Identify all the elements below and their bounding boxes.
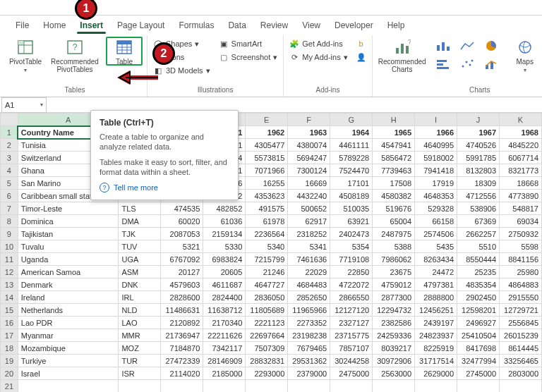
cell[interactable]: 20605 (203, 266, 246, 278)
column-header[interactable]: F (288, 114, 330, 126)
cell[interactable]: 21736947 (161, 329, 203, 342)
cell[interactable]: 519676 (373, 202, 415, 215)
cell[interactable]: 2563000 (373, 367, 415, 380)
maps-button[interactable]: Maps ▾ (510, 37, 541, 73)
cell[interactable]: 2475000 (330, 367, 373, 380)
column-header[interactable]: E (246, 114, 288, 126)
cell[interactable]: 4773890 (500, 190, 542, 202)
row-header[interactable]: 14 (1, 291, 18, 304)
cell[interactable]: 7524470 (330, 164, 373, 177)
cell[interactable]: 25980 (500, 266, 542, 278)
row-header[interactable]: 7 (1, 202, 18, 215)
cell[interactable]: 2574506 (415, 228, 457, 240)
cell[interactable]: 6983824 (203, 253, 246, 266)
cell[interactable]: 4640995 (415, 139, 457, 152)
cell[interactable]: LAO (119, 317, 161, 329)
grid-area[interactable]: ABCDEFGHIJK 1Country Name196119621963196… (0, 113, 542, 392)
cell[interactable]: 22697664 (246, 329, 288, 342)
cell[interactable]: 2556845 (500, 317, 542, 329)
cell[interactable]: 4648353 (415, 190, 457, 202)
row-header[interactable]: 10 (1, 240, 18, 253)
cell[interactable] (246, 380, 288, 393)
recommended-pivottables-button[interactable]: ? Recommended PivotTables (49, 37, 100, 73)
cell[interactable]: 32477994 (457, 355, 500, 367)
cell[interactable]: 4461111 (330, 139, 373, 152)
cell[interactable]: 4380074 (288, 139, 330, 152)
cell[interactable]: 2382586 (373, 317, 415, 329)
cell[interactable]: TLS (119, 202, 161, 215)
cell[interactable]: 2487975 (373, 228, 415, 240)
row-header[interactable]: 11 (1, 253, 18, 266)
cell[interactable]: 24823937 (415, 329, 457, 342)
row-header[interactable]: 18 (1, 342, 18, 355)
cell[interactable] (288, 380, 330, 393)
cell[interactable]: 11805689 (246, 304, 288, 317)
cell[interactable]: Tajikistan (18, 228, 119, 240)
cell[interactable]: 5321 (161, 240, 203, 253)
cell[interactable]: 7342117 (203, 342, 246, 355)
cell[interactable]: 65004 (373, 215, 415, 228)
row-header[interactable]: 16 (1, 317, 18, 329)
cell[interactable]: 2496927 (457, 317, 500, 329)
cell[interactable]: 30972906 (373, 355, 415, 367)
cell[interactable]: 5510 (457, 240, 500, 253)
pie-chart-icon[interactable] (481, 38, 501, 54)
cell[interactable]: 61978 (246, 215, 288, 228)
cell[interactable]: 548817 (500, 202, 542, 215)
column-header[interactable]: J (457, 114, 500, 126)
cell[interactable]: 7679465 (288, 342, 330, 355)
chevron-down-icon[interactable]: ▾ (40, 102, 43, 108)
cell[interactable]: DMA (119, 215, 161, 228)
cell[interactable]: 60020 (161, 215, 203, 228)
cell[interactable]: 69034 (500, 215, 542, 228)
cell[interactable]: Myanmar (18, 329, 119, 342)
get-addins-button[interactable]: 🧩Get Add-ins (288, 38, 349, 49)
cell[interactable]: 17919 (415, 177, 457, 190)
cell[interactable]: 538906 (457, 202, 500, 215)
cell[interactable]: 66158 (415, 215, 457, 228)
row-header[interactable]: 13 (1, 278, 18, 291)
tab-review[interactable]: Review (253, 18, 295, 34)
cell[interactable]: 24259336 (373, 329, 415, 342)
tell-me-more-link[interactable]: ? Tell me more (100, 183, 229, 192)
cell[interactable]: 23675 (373, 266, 415, 278)
row-header[interactable]: 17 (1, 329, 18, 342)
cell[interactable]: 2915550 (500, 291, 542, 304)
cell[interactable]: 7184870 (161, 342, 203, 355)
cell[interactable]: 7739463 (373, 164, 415, 177)
cell[interactable]: 18309 (457, 177, 500, 190)
cell[interactable]: 29531362 (288, 355, 330, 367)
cell[interactable]: Timor-Leste (18, 202, 119, 215)
cell[interactable]: 4305477 (246, 139, 288, 152)
cell[interactable]: ISR (119, 367, 161, 380)
tab-data[interactable]: Data (221, 18, 253, 34)
cell[interactable]: UGA (119, 253, 161, 266)
cell[interactable]: 28832831 (246, 355, 288, 367)
cell[interactable]: 2629000 (415, 367, 457, 380)
cell[interactable]: TUR (119, 355, 161, 367)
cell[interactable]: TUV (119, 240, 161, 253)
cell[interactable]: 2236564 (246, 228, 288, 240)
cell[interactable]: 7857107 (330, 342, 373, 355)
row-header[interactable]: 4 (1, 164, 18, 177)
cell[interactable]: 11965966 (288, 304, 330, 317)
table-button[interactable]: Table (106, 37, 143, 66)
cell[interactable]: 2866550 (330, 291, 373, 304)
cell[interactable]: American Samoa (18, 266, 119, 278)
cell[interactable] (500, 380, 542, 393)
cell[interactable]: 1968 (500, 126, 542, 139)
cell[interactable]: MOZ (119, 342, 161, 355)
cell[interactable]: 4712556 (457, 190, 500, 202)
cell[interactable]: 11486631 (161, 304, 203, 317)
cell[interactable]: 12127120 (330, 304, 373, 317)
cell[interactable]: 11638712 (203, 304, 246, 317)
row-header[interactable]: 2 (1, 139, 18, 152)
cell[interactable]: 4547941 (373, 139, 415, 152)
cell[interactable]: Uganda (18, 253, 119, 266)
cell[interactable]: 25410504 (457, 329, 500, 342)
cell[interactable]: 30244258 (330, 355, 373, 367)
cell[interactable]: 24472 (415, 266, 457, 278)
cell[interactable]: 2750932 (500, 228, 542, 240)
cell[interactable]: 4579603 (161, 278, 203, 291)
cell[interactable]: 33256465 (500, 355, 542, 367)
